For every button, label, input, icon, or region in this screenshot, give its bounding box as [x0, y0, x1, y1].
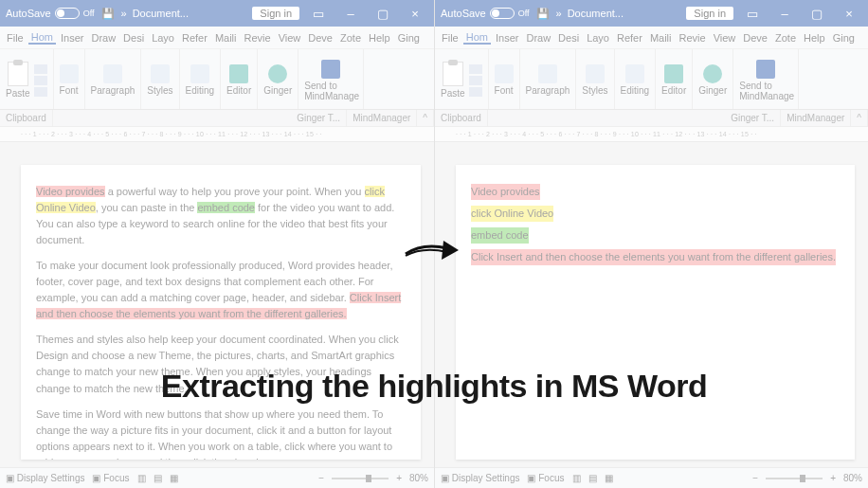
more-icon[interactable]: »: [121, 8, 127, 19]
collapse-ribbon-icon[interactable]: ^: [417, 110, 434, 126]
ribbon-options-icon[interactable]: ▭: [305, 7, 332, 21]
signin-button[interactable]: Sign in: [252, 7, 299, 20]
styles-button[interactable]: Styles: [147, 64, 172, 96]
extracted-highlight[interactable]: embed code: [471, 227, 529, 244]
paragraph-4[interactable]: Save time in Word with new buttons that …: [36, 407, 406, 460]
tab-review[interactable]: Revie: [677, 32, 709, 44]
format-painter-icon[interactable]: [34, 87, 47, 97]
extracted-highlight[interactable]: Click Insert and then choose the element…: [471, 249, 836, 265]
close-button[interactable]: ×: [836, 7, 862, 21]
ribbon-options-icon[interactable]: ▭: [739, 7, 766, 21]
tab-home[interactable]: Hom: [463, 31, 491, 45]
zoom-out-button[interactable]: −: [318, 473, 324, 483]
view-print-icon[interactable]: ▤: [154, 473, 162, 483]
sendto-button[interactable]: Send to MindManage: [304, 60, 357, 101]
ruler[interactable]: · · · 1 · · · 2 · · · 3 · · · 4 · · · 5 …: [0, 127, 434, 142]
tab-mailings[interactable]: Maili: [212, 32, 240, 44]
zoom-level[interactable]: 80%: [409, 473, 428, 483]
editor-button[interactable]: Editor: [226, 64, 251, 96]
paragraph-button[interactable]: Paragraph: [91, 64, 136, 96]
focus-button[interactable]: ▣ Focus: [527, 473, 564, 483]
display-settings-button[interactable]: ▣ Display Settings: [6, 473, 84, 483]
extracted-highlight[interactable]: click Online Video: [471, 206, 553, 222]
save-icon[interactable]: 💾: [100, 6, 116, 21]
save-icon[interactable]: 💾: [535, 6, 551, 21]
tab-home[interactable]: Hom: [28, 31, 56, 45]
tab-layout[interactable]: Layo: [149, 32, 177, 44]
tab-developer[interactable]: Deve: [305, 32, 335, 44]
tab-insert[interactable]: Inser: [493, 32, 521, 44]
tab-help[interactable]: Help: [366, 32, 393, 44]
tab-layout[interactable]: Layo: [584, 32, 612, 44]
tab-help[interactable]: Help: [801, 32, 828, 44]
tab-view[interactable]: View: [276, 32, 304, 44]
paragraph-1[interactable]: Video provides a powerful way to help yo…: [36, 184, 406, 248]
minimize-button[interactable]: –: [337, 7, 364, 21]
extracted-highlight[interactable]: Video provides: [471, 184, 540, 200]
editor-button[interactable]: Editor: [661, 64, 686, 96]
tab-insert[interactable]: Inser: [58, 32, 86, 44]
paragraph-button[interactable]: Paragraph: [526, 64, 570, 96]
ginger-button[interactable]: Ginger: [263, 64, 292, 96]
ginger-button[interactable]: Ginger: [698, 64, 727, 96]
signin-button[interactable]: Sign in: [686, 7, 733, 20]
zoom-slider[interactable]: [766, 478, 823, 479]
ruler[interactable]: · · · 1 · · · 2 · · · 3 · · · 4 · · · 5 …: [435, 127, 868, 142]
tab-zotero[interactable]: Zote: [337, 32, 364, 44]
copy-icon[interactable]: [34, 76, 47, 85]
font-button[interactable]: Font: [495, 64, 514, 96]
tab-ginger[interactable]: Ging: [395, 32, 423, 44]
tab-design[interactable]: Desi: [120, 32, 147, 44]
tab-developer[interactable]: Deve: [740, 32, 770, 44]
close-button[interactable]: ×: [402, 7, 428, 21]
document-page[interactable]: Video provides a powerful way to help yo…: [21, 165, 421, 460]
document-area[interactable]: Video provides click Online Video embed …: [435, 142, 868, 467]
view-web-icon[interactable]: ▦: [170, 473, 178, 483]
zoom-in-button[interactable]: +: [396, 473, 402, 483]
view-read-icon[interactable]: ▥: [572, 473, 581, 483]
tab-review[interactable]: Revie: [242, 32, 274, 44]
editing-button[interactable]: Editing: [186, 64, 215, 96]
zoom-out-button[interactable]: −: [752, 473, 758, 483]
autosave-toggle[interactable]: AutoSave Off: [6, 8, 95, 19]
document-area[interactable]: Video provides a powerful way to help yo…: [0, 142, 434, 467]
tab-zotero[interactable]: Zote: [772, 32, 799, 44]
tab-references[interactable]: Refer: [179, 32, 210, 44]
view-print-icon[interactable]: ▤: [588, 473, 597, 483]
clipboard-tools[interactable]: [469, 64, 482, 97]
view-web-icon[interactable]: ▦: [605, 473, 613, 483]
cut-icon[interactable]: [34, 64, 47, 74]
font-button[interactable]: Font: [60, 64, 79, 96]
zoom-slider[interactable]: [332, 478, 389, 479]
paste-button[interactable]: Paste: [6, 62, 30, 99]
tab-mailings[interactable]: Maili: [647, 32, 675, 44]
paragraph-2[interactable]: To make your document look professionall…: [36, 258, 406, 322]
tab-file[interactable]: File: [4, 32, 27, 44]
minimize-button[interactable]: –: [771, 7, 798, 21]
display-settings-button[interactable]: ▣ Display Settings: [441, 473, 519, 483]
tab-ginger[interactable]: Ging: [830, 32, 858, 44]
editing-button[interactable]: Editing: [621, 64, 650, 96]
collapse-ribbon-icon[interactable]: ^: [851, 110, 868, 126]
maximize-button[interactable]: ▢: [370, 7, 396, 21]
zoom-in-button[interactable]: +: [830, 473, 836, 483]
styles-button[interactable]: Styles: [582, 64, 607, 96]
highlight-green[interactable]: embed code: [197, 202, 255, 213]
tab-references[interactable]: Refer: [614, 32, 645, 44]
maximize-button[interactable]: ▢: [804, 7, 830, 21]
focus-button[interactable]: ▣ Focus: [92, 473, 129, 483]
sendto-button[interactable]: Send to MindManage: [739, 60, 792, 101]
tab-view[interactable]: View: [711, 32, 739, 44]
paste-button[interactable]: Paste: [441, 62, 465, 99]
document-page[interactable]: Video provides click Online Video embed …: [456, 165, 855, 460]
zoom-level[interactable]: 80%: [843, 473, 862, 483]
autosave-toggle[interactable]: AutoSave Off: [441, 8, 530, 19]
tab-file[interactable]: File: [439, 32, 461, 44]
tab-draw[interactable]: Draw: [88, 32, 118, 44]
clipboard-tools[interactable]: [34, 64, 47, 97]
view-read-icon[interactable]: ▥: [137, 473, 146, 483]
tab-draw[interactable]: Draw: [523, 32, 553, 44]
tab-design[interactable]: Desi: [555, 32, 582, 44]
more-icon[interactable]: »: [556, 8, 562, 19]
highlight-red[interactable]: Video provides: [36, 186, 105, 197]
